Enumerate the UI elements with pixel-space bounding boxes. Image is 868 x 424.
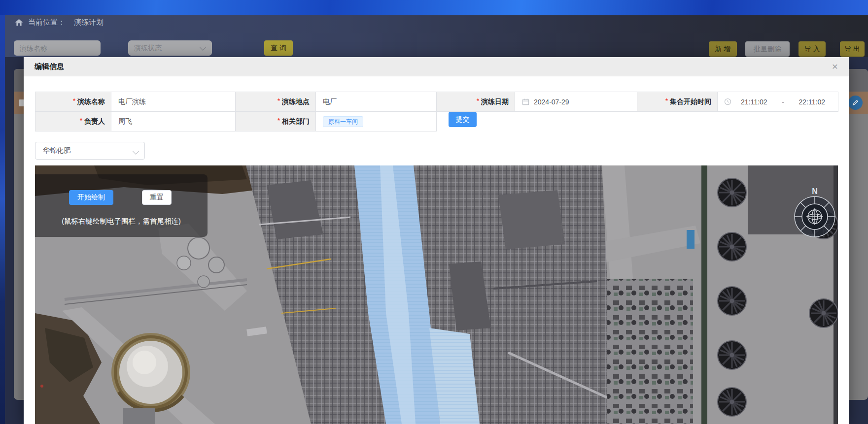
close-icon[interactable]: × [828, 60, 842, 73]
drill-name-filter-input[interactable] [14, 40, 101, 56]
drill-plan-page: 当前位置： 演练计划 演练状态 查 询 新 增 批量删除 导 入 导 出 编辑信… [0, 0, 868, 424]
drill-name-field[interactable]: 电厂演练 [111, 92, 236, 112]
table-header-edge [849, 69, 868, 92]
export-button[interactable]: 导 出 [840, 41, 865, 57]
field-label-person-in-charge: * 负责人 [35, 112, 111, 131]
area-select-value: 华锦化肥 [43, 146, 70, 155]
required-marker: * [73, 97, 75, 104]
background-table-right-edge [849, 69, 868, 400]
drill-status-placeholder: 演练状态 [134, 44, 162, 53]
assembly-time-range-field[interactable]: 21:11:02 - 22:11:02 [718, 92, 838, 112]
field-label-drill-date: * 演练日期 [437, 92, 515, 112]
time-separator: - [782, 98, 784, 106]
department-tag: 原料一车间 [323, 116, 363, 127]
modal-header: 编辑信息 × [24, 57, 849, 76]
area-select[interactable]: 华锦化肥 [35, 142, 145, 160]
edit-icon [852, 99, 859, 106]
required-marker: * [477, 97, 479, 104]
left-accent-strip [0, 15, 5, 424]
clock-icon [724, 98, 731, 105]
compass-north-label: N [812, 187, 818, 196]
field-label-drill-name: * 演练名称 [35, 92, 111, 112]
add-button[interactable]: 新 增 [709, 41, 737, 57]
time-start: 21:11:02 [741, 98, 767, 106]
person-in-charge-field[interactable]: 周飞 [111, 112, 236, 131]
field-label-assembly-time: * 集合开始时间 [637, 92, 718, 112]
draw-hint-text: (鼠标右键绘制电子围栏，需首尾相连) [35, 217, 208, 226]
breadcrumb-current: 演练计划 [74, 18, 104, 27]
related-department-field[interactable]: 原料一车间 [316, 112, 437, 131]
import-button[interactable]: 导 入 [799, 41, 826, 57]
required-marker: * [665, 97, 668, 104]
batch-delete-button[interactable]: 批量删除 [745, 41, 790, 57]
drill-edit-form: * 演练名称 电厂演练 * 演练地点 电厂 * 演练日期 [35, 92, 838, 131]
required-marker: * [278, 97, 280, 104]
modal-title: 编辑信息 [35, 62, 64, 71]
draw-toolbar: 开始绘制 重置 (鼠标右键绘制电子围栏，需首尾相连) [35, 174, 208, 237]
time-end: 22:11:02 [799, 98, 825, 106]
top-accent-bar [0, 0, 868, 15]
drill-status-filter-select[interactable]: 演练状态 [128, 40, 212, 56]
drill-date-field[interactable]: 2024-07-29 [515, 92, 637, 112]
submit-button[interactable]: 提交 [449, 112, 477, 127]
chevron-down-icon [200, 44, 206, 51]
chevron-down-icon [133, 148, 139, 155]
start-draw-button[interactable]: 开始绘制 [69, 190, 113, 205]
breadcrumb-prefix: 当前位置： [28, 18, 65, 27]
required-marker: * [80, 117, 82, 124]
drill-location-field[interactable]: 电厂 [316, 92, 437, 112]
calendar-icon [522, 98, 529, 105]
compass-icon[interactable]: N [792, 186, 838, 238]
reset-button[interactable]: 重置 [142, 190, 172, 205]
field-label-drill-location: * 演练地点 [236, 92, 316, 112]
plant-aerial-map[interactable]: 开始绘制 重置 (鼠标右键绘制电子围栏，需首尾相连) N [35, 165, 838, 424]
required-marker: * [278, 117, 280, 124]
breadcrumb: 当前位置： 演练计划 [15, 18, 104, 27]
row-edit-button[interactable] [849, 96, 863, 110]
edit-info-modal: 编辑信息 × * 演练名称 电厂演练 * 演练地点 电厂 * 演练日期 [24, 57, 849, 424]
query-button[interactable]: 查 询 [264, 40, 293, 56]
home-icon [15, 18, 23, 27]
field-label-related-department: * 相关部门 [236, 112, 316, 131]
